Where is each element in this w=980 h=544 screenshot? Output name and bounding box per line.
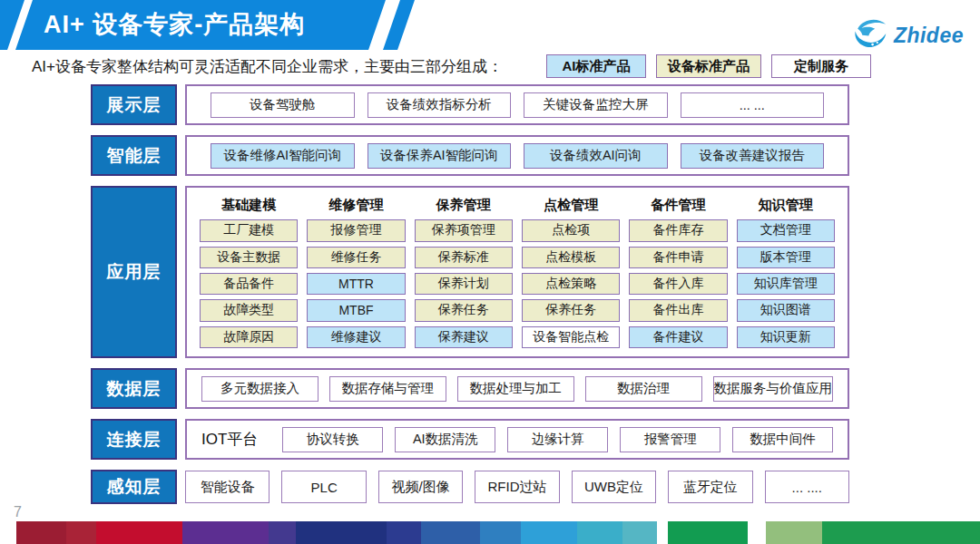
app-cell: 点检项	[522, 219, 620, 241]
strip-segment	[16, 521, 66, 544]
perception-strip: 智能设备 PLC 视频/图像 RFID过站 UWB定位 蓝牙定位 ... ...…	[185, 470, 849, 504]
perception-item: 视频/图像	[378, 471, 463, 503]
strip-segment	[421, 521, 480, 544]
strip-segment	[766, 521, 822, 544]
perception-item: 智能设备	[185, 471, 270, 503]
app-cell: MTBF	[307, 299, 405, 321]
intelligence-item: 设备绩效AI问询	[524, 143, 668, 169]
display-item: 设备驾驶舱	[211, 92, 355, 118]
layer-label-perception: 感知层	[91, 470, 177, 504]
app-cell: 知识库管理	[737, 273, 835, 295]
perception-item: UWB定位	[572, 471, 656, 503]
intelligence-item: 设备保养AI智能问询	[368, 143, 512, 169]
app-cell: 故障类型	[200, 299, 298, 321]
app-cell: 保养任务	[522, 299, 620, 321]
layer-data: 数据层 多元数据接入 数据存储与管理 数据处理与加工 数据治理 数据服务与价值应…	[91, 368, 849, 409]
legend-ai-standard: AI标准产品	[546, 54, 646, 78]
app-cell: MTTR	[307, 273, 405, 295]
strip-segment	[622, 521, 657, 544]
strip-segment	[521, 521, 577, 544]
intro-row: AI+设备专家整体结构可灵活适配不同企业需求，主要由三部分组成： AI标准产品 …	[32, 53, 980, 80]
layer-container-application: 基础建模 工厂建模 设备主数据 备品备件 故障类型 故障原因 维修管理 报修管理…	[185, 186, 849, 358]
app-cell: 保养计划	[415, 273, 513, 295]
strip-segment	[296, 521, 387, 544]
app-column-header: 基础建模	[200, 195, 298, 215]
app-cell: 保养项管理	[415, 219, 513, 241]
connection-item: 数据中间件	[732, 427, 833, 452]
app-cell: 点检策略	[522, 273, 620, 295]
app-cell: 报修管理	[307, 219, 405, 241]
app-column-header: 点检管理	[522, 195, 620, 215]
architecture-layers: 展示层 设备驾驶舱 设备绩效指标分析 关键设备监控大屏 ... ... 智能层 …	[91, 84, 849, 504]
connection-item: 报警管理	[620, 427, 720, 452]
legend-custom-service: 定制服务	[771, 54, 871, 78]
app-column-inspection: 点检管理 点检项 点检模板 点检策略 保养任务 设备智能点检	[522, 195, 620, 348]
layer-container-intelligence: 设备维修AI智能问询 设备保养AI智能问询 设备绩效AI问询 设备改善建议报告	[185, 135, 849, 176]
layer-label-data: 数据层	[91, 368, 177, 409]
strip-segment	[657, 521, 668, 544]
strip-segment	[480, 521, 521, 544]
data-item: 数据处理与加工	[457, 376, 574, 402]
app-column-spare-parts: 备件管理 备件库存 备件申请 备件入库 备件出库 备件建议	[629, 195, 727, 348]
display-item: 设备绩效指标分析	[368, 92, 512, 118]
logo-text: Zhidee	[894, 24, 964, 48]
page-title: AI+ 设备专家-产品架构	[44, 8, 305, 41]
app-cell: 设备主数据	[200, 247, 298, 268]
data-item: 数据存储与管理	[329, 376, 446, 402]
perception-item: RFID过站	[475, 471, 559, 503]
perception-item: PLC	[281, 471, 366, 503]
data-item: 数据治理	[585, 376, 702, 402]
layer-label-application: 应用层	[91, 186, 177, 358]
layer-perception: 感知层 智能设备 PLC 视频/图像 RFID过站 UWB定位 蓝牙定位 ...…	[91, 470, 849, 504]
app-cell: 点检模板	[522, 247, 620, 268]
app-cell: 备件库存	[629, 219, 727, 241]
layer-label-connection: 连接层	[91, 419, 177, 460]
perception-item: 蓝牙定位	[668, 471, 752, 503]
data-item: 数据服务与价值应用	[713, 376, 834, 402]
footer-color-strip	[16, 521, 980, 544]
layer-display: 展示层 设备驾驶舱 设备绩效指标分析 关键设备监控大屏 ... ...	[91, 84, 849, 125]
app-cell: 设备智能点检	[522, 326, 620, 348]
strip-segment	[577, 521, 622, 544]
app-cell: 工厂建模	[200, 219, 298, 241]
app-cell: 故障原因	[200, 326, 298, 348]
app-column-header: 保养管理	[415, 195, 513, 215]
strip-segment	[387, 521, 421, 544]
legend: AI标准产品 设备标准产品 定制服务	[546, 54, 871, 78]
app-cell: 备件申请	[629, 247, 727, 268]
layer-label-intelligence: 智能层	[91, 135, 177, 176]
layer-intelligence: 智能层 设备维修AI智能问询 设备保养AI智能问询 设备绩效AI问询 设备改善建…	[91, 135, 849, 176]
strip-segment	[748, 521, 766, 544]
display-item: 关键设备监控大屏	[524, 92, 668, 118]
strip-segment	[668, 521, 748, 544]
app-column-header: 维修管理	[307, 195, 405, 215]
header-banner-stripe	[383, 0, 415, 50]
strip-segment	[96, 521, 182, 544]
app-cell: 保养建议	[415, 326, 513, 348]
layer-connection: 连接层 IOT平台 协议转换 AI数据清洗 边缘计算 报警管理 数据中间件	[91, 419, 849, 460]
app-cell: 维修建议	[307, 326, 405, 348]
strip-segment	[269, 521, 296, 544]
app-cell: 维修任务	[307, 247, 405, 268]
app-column-basic-modeling: 基础建模 工厂建模 设备主数据 备品备件 故障类型 故障原因	[200, 195, 298, 348]
data-item: 多元数据接入	[201, 376, 318, 402]
app-cell: 备件入库	[629, 273, 727, 295]
app-cell: 文档管理	[737, 219, 835, 241]
iot-platform-label: IOT平台	[201, 429, 258, 450]
slide: AI+ 设备专家-产品架构 Zhidee AI+设备专家整体结构可灵活适配不同企…	[0, 0, 980, 544]
display-item-more: ... ...	[681, 92, 825, 118]
connection-item: 边缘计算	[507, 427, 608, 452]
app-cell: 知识图谱	[737, 299, 835, 321]
zhidee-logo: Zhidee	[851, 16, 964, 54]
page-number: 7	[14, 504, 22, 520]
strip-segment	[822, 521, 980, 544]
app-column-header: 备件管理	[629, 195, 727, 215]
intro-text: AI+设备专家整体结构可灵活适配不同企业需求，主要由三部分组成：	[32, 56, 503, 77]
perception-item-more: ... ....	[765, 471, 849, 503]
app-column-header: 知识管理	[737, 195, 835, 215]
app-cell: 知识更新	[737, 326, 835, 348]
app-cell: 备品备件	[200, 273, 298, 295]
app-cell: 保养任务	[415, 299, 513, 321]
connection-item: AI数据清洗	[395, 427, 495, 452]
layer-container-connection: IOT平台 协议转换 AI数据清洗 边缘计算 报警管理 数据中间件	[185, 419, 849, 460]
